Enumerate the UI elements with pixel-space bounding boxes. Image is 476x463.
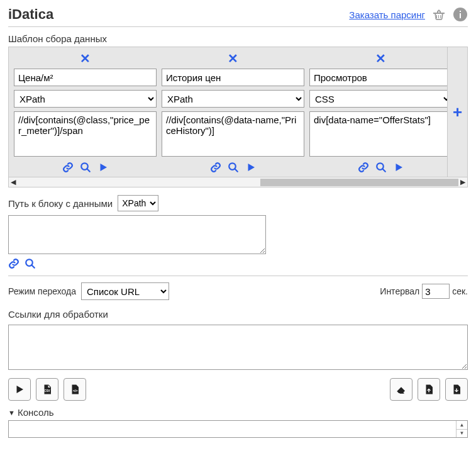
play-icon[interactable] [97,162,109,173]
console-spin-down[interactable]: ▼ [457,430,467,438]
export-code-button[interactable]: </> [64,378,86,401]
search-icon[interactable] [25,258,36,269]
svg-rect-1 [460,13,461,18]
svg-text:</>: </> [73,389,78,393]
template-column: ✕XPathCSS//div[contains(@class,"price_pe… [14,51,157,173]
selector-expression-input[interactable]: //div[contains(@class,"price_per_meter")… [14,111,157,157]
links-input[interactable] [8,325,468,370]
column-name-input[interactable] [14,69,157,86]
basket-icon[interactable] [431,7,446,22]
column-name-input[interactable] [309,69,447,86]
link-icon[interactable] [358,162,369,173]
link-icon[interactable] [62,162,74,173]
selector-expression-input[interactable]: //div[contains(@data-name,"PriceHistory"… [162,111,304,157]
play-icon[interactable] [245,162,257,173]
close-icon[interactable]: ✕ [80,51,91,69]
block-path-selector-type[interactable]: XPathCSS [118,195,158,211]
scroll-right-arrow[interactable]: ▶ [458,178,467,186]
upload-button[interactable] [418,378,440,401]
svg-rect-2 [460,11,461,12]
run-button[interactable] [8,378,31,401]
column-name-input[interactable] [162,69,304,86]
template-column: ✕XPathCSSdiv[data-name="OfferStats"] [309,51,447,173]
mode-select[interactable]: Список URL [81,282,169,300]
block-path-label: Путь к блоку с данными [8,198,113,209]
template-h-scrollbar[interactable]: ◀ ▶ [8,177,468,187]
download-button[interactable] [445,378,468,401]
app-title: iDatica [8,6,53,23]
interval-label: Интервал [380,286,419,296]
console-label: Консоль [18,407,54,418]
selector-type-select[interactable]: XPathCSS [309,90,447,108]
clear-button[interactable] [390,378,412,401]
interval-unit: сек. [452,286,468,296]
scroll-left-arrow[interactable]: ◀ [9,178,18,186]
selector-type-select[interactable]: XPathCSS [162,90,304,108]
add-column-button[interactable]: + [447,47,467,177]
mode-label: Режим перехода [8,286,76,296]
template-column: ✕XPathCSS//div[contains(@data-name,"Pric… [162,51,304,173]
search-icon[interactable] [228,162,239,173]
search-icon[interactable] [80,162,91,173]
search-icon[interactable] [375,162,387,173]
console-spin-up[interactable]: ▲ [457,421,467,430]
link-icon[interactable] [210,162,221,173]
close-icon[interactable]: ✕ [228,51,238,69]
console-collapse-icon[interactable]: ▼ [8,409,15,416]
export-csv-button[interactable]: CSV [36,378,58,401]
play-icon[interactable] [393,162,404,173]
scroll-track[interactable] [18,179,458,186]
template-section-label: Шаблон сбора данных [8,33,468,44]
link-icon[interactable] [8,258,19,269]
selector-type-select[interactable]: XPathCSS [14,90,157,108]
close-icon[interactable]: ✕ [375,51,386,69]
console-input[interactable] [9,421,456,437]
scroll-thumb[interactable] [260,179,458,186]
selector-expression-input[interactable]: div[data-name="OfferStats"] [309,111,447,157]
template-builder: ✕XPathCSS//div[contains(@class,"price_pe… [8,47,468,177]
order-parsing-link[interactable]: Заказать парсинг [349,9,425,20]
block-path-input[interactable] [8,215,266,254]
info-icon[interactable] [453,7,468,22]
svg-text:CSV: CSV [44,389,50,393]
interval-input[interactable] [422,284,450,299]
links-label: Ссылки для обработки [8,309,468,320]
